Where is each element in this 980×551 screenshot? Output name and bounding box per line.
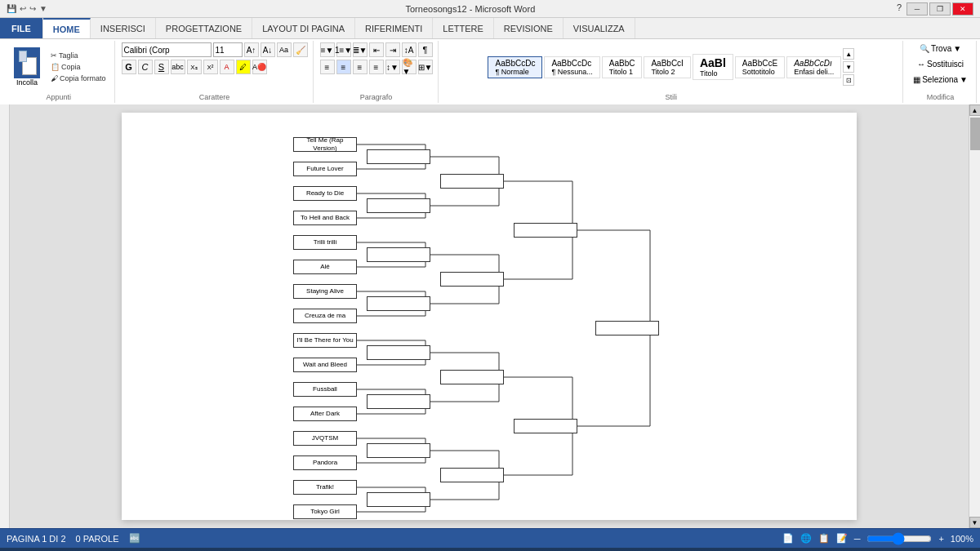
tab-progettazione[interactable]: PROGETTAZIONE xyxy=(156,18,252,38)
r1-slot-8: I'll Be There for You xyxy=(293,333,357,348)
decrease-indent-button[interactable]: ⇤ xyxy=(369,42,384,57)
view-draft-icon[interactable]: 📝 xyxy=(836,533,848,544)
justify-button[interactable]: ≡ xyxy=(369,60,384,74)
tab-riferimenti[interactable]: RIFERIMENTI xyxy=(355,18,433,38)
bracket-container: Tell Me (Rap Version)Future LoverReady t… xyxy=(293,129,685,528)
align-left-button[interactable]: ≡ xyxy=(320,60,335,74)
r1-slot-11: After Dark xyxy=(293,407,357,421)
line-spacing-button[interactable]: ↕▼ xyxy=(385,60,400,74)
borders-button[interactable]: ⊞▼ xyxy=(418,60,433,74)
para-row2: ≡ ≡ ≡ ≡ ↕▼ 🎨▼ ⊞▼ xyxy=(320,60,433,74)
r3-slot-2 xyxy=(440,370,504,384)
tab-home[interactable]: HOME xyxy=(43,18,91,38)
customize-icon[interactable]: ▼ xyxy=(39,4,47,13)
replace-button[interactable]: ↔ Sostituisci xyxy=(914,58,967,70)
style-normale[interactable]: AaBbCcDc ¶ Normale xyxy=(488,56,542,78)
r1-slot-14: Trafik! xyxy=(293,480,357,495)
font-color-button[interactable]: A xyxy=(220,60,234,74)
show-marks-button[interactable]: ¶ xyxy=(418,42,433,57)
shading-button[interactable]: 🎨▼ xyxy=(402,60,416,74)
view-outline-icon[interactable]: 📋 xyxy=(818,533,830,544)
highlight-button[interactable]: 🖊 xyxy=(236,60,251,74)
styles-scroll: ▲ ▼ ⊡ xyxy=(843,48,854,86)
strikethrough-button[interactable]: abc xyxy=(171,60,185,74)
align-center-button[interactable]: ≡ xyxy=(336,60,351,74)
styles-down-button[interactable]: ▼ xyxy=(843,61,854,73)
italic-button[interactable]: C xyxy=(138,60,153,74)
sort-button[interactable]: ↕A xyxy=(402,42,416,57)
close-button[interactable]: ✕ xyxy=(952,2,973,16)
bold-button[interactable]: G xyxy=(122,60,136,74)
style-titolo2[interactable]: AaBbCcI Titolo 2 xyxy=(644,56,690,78)
zoom-out-button[interactable]: ─ xyxy=(854,534,861,544)
zoom-in-button[interactable]: + xyxy=(938,534,943,544)
superscript-button[interactable]: X² xyxy=(203,60,218,74)
font-shrink-button[interactable]: A↓ xyxy=(261,42,275,57)
scroll-up-button[interactable]: ▲ xyxy=(969,104,981,116)
style-titolo[interactable]: AaBl Titolo xyxy=(693,54,733,80)
r2-slot-2 xyxy=(367,247,430,262)
tab-layout[interactable]: LAYOUT DI PAGINA xyxy=(252,18,355,38)
r1-slot-0: Tell Me (Rap Version) xyxy=(293,137,357,152)
numbering-button[interactable]: 1≡▼ xyxy=(336,42,351,57)
tab-revisione[interactable]: REVISIONE xyxy=(494,18,564,38)
r4-slot-0 xyxy=(514,223,577,238)
view-web-icon[interactable]: 🌐 xyxy=(800,533,812,544)
font-case-button[interactable]: Aa xyxy=(277,42,292,57)
r3-slot-3 xyxy=(440,468,504,482)
tab-inserisci[interactable]: INSERISCI xyxy=(91,18,156,38)
style-enfasi[interactable]: AaBbCcDı Enfasi deli... xyxy=(786,56,841,78)
font-name-input[interactable] xyxy=(122,42,212,57)
restore-button[interactable]: ❐ xyxy=(929,2,951,16)
redo-icon[interactable]: ↪ xyxy=(29,4,36,13)
styles-expand-button[interactable]: ⊡ xyxy=(843,74,854,86)
underline-button[interactable]: S xyxy=(154,60,169,74)
style-sottotitolo[interactable]: AaBbCcE Sottotitolo xyxy=(735,56,785,78)
scrollbar-right: ▲ ▼ xyxy=(969,104,980,528)
scroll-down-button[interactable]: ▼ xyxy=(969,517,981,528)
r1-slot-9: Wait and Bleed xyxy=(293,358,357,372)
scroll-thumb[interactable] xyxy=(970,118,980,150)
quick-save-icon[interactable]: 💾 xyxy=(7,4,16,13)
r1-slot-15: Tokyo Girl xyxy=(293,504,357,519)
align-right-button[interactable]: ≡ xyxy=(353,60,368,74)
styles-up-button[interactable]: ▲ xyxy=(843,48,854,60)
multilevel-button[interactable]: ≣▼ xyxy=(353,42,368,57)
copy-button[interactable]: 📋 Copia xyxy=(47,62,109,72)
subscript-button[interactable]: X₂ xyxy=(187,60,202,74)
bullets-button[interactable]: ≡▼ xyxy=(320,42,335,57)
status-left: PAGINA 1 DI 2 0 PAROLE 🔤 xyxy=(7,533,140,544)
increase-indent-button[interactable]: ⇥ xyxy=(385,42,400,57)
view-normal-icon[interactable]: 📄 xyxy=(782,533,794,544)
modifica-group: 🔍 Trova ▼ ↔ Sostituisci ▦ Seleziona ▼ Mo… xyxy=(905,41,977,103)
document-scroll[interactable]: Tell Me (Rap Version)Future LoverReady t… xyxy=(10,104,969,528)
zoom-level[interactable]: 100% xyxy=(951,534,973,544)
status-bar: PAGINA 1 DI 2 0 PAROLE 🔤 📄 🌐 📋 📝 ─ + 100… xyxy=(0,528,980,548)
help-button[interactable]: ? xyxy=(893,2,905,16)
clear-format-button[interactable]: 🧹 xyxy=(293,42,308,57)
minimize-button[interactable]: ─ xyxy=(906,2,928,16)
r1-slot-6: Staying Alive xyxy=(293,284,357,299)
style-nessuna[interactable]: AaBbCcDc ¶ Nessuna... xyxy=(544,56,599,78)
paragraph-label: Paragrafo xyxy=(360,91,393,101)
find-button[interactable]: 🔍 Trova ▼ xyxy=(916,42,964,55)
tab-file[interactable]: FILE xyxy=(0,18,43,38)
tab-lettere[interactable]: LETTERE xyxy=(433,18,494,38)
para-row1: ≡▼ 1≡▼ ≣▼ ⇤ ⇥ ↕A ¶ xyxy=(320,42,433,57)
clipboard-label: Appunti xyxy=(47,91,72,101)
font-size-input[interactable] xyxy=(213,42,243,57)
document-page: Tell Me (Rap Version)Future LoverReady t… xyxy=(122,113,857,520)
final-slot xyxy=(595,321,659,335)
tab-visualizza[interactable]: VISUALIZZA xyxy=(564,18,635,38)
title-bar: 💾 ↩ ↪ ▼ Torneosongs12 - Microsoft Word ?… xyxy=(0,0,980,18)
font-grow-button[interactable]: A↑ xyxy=(244,42,259,57)
paste-button[interactable]: Incolla xyxy=(8,45,46,89)
style-titolo1[interactable]: AaBbC Titolo 1 xyxy=(602,56,643,78)
select-button[interactable]: ▦ Seleziona ▼ xyxy=(910,73,971,86)
undo-icon[interactable]: ↩ xyxy=(20,4,26,13)
format-painter-button[interactable]: 🖌 Copia formato xyxy=(47,73,109,83)
font-label: Carattere xyxy=(199,91,230,101)
cut-button[interactable]: ✂ Taglia xyxy=(47,51,109,60)
zoom-slider[interactable] xyxy=(866,532,932,545)
text-color-button[interactable]: A🔴 xyxy=(252,60,267,74)
